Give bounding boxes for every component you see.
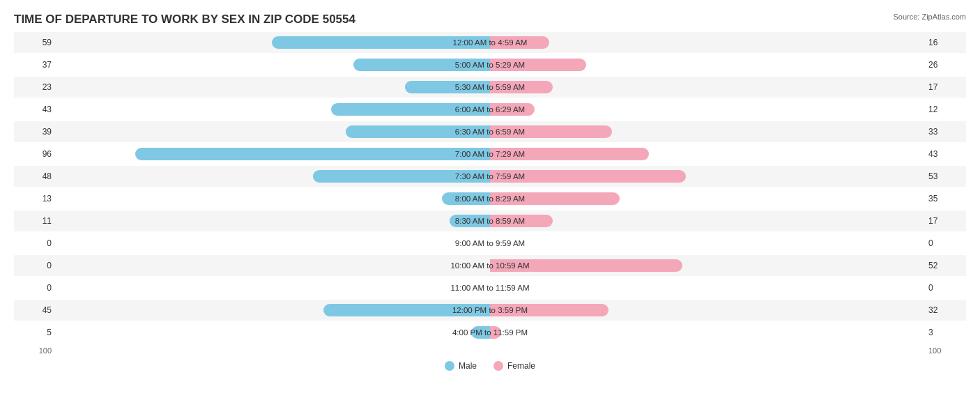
female-value: 33 xyxy=(924,127,966,137)
bars-container: 5:00 AM to 5:29 AM xyxy=(56,54,924,75)
legend-male: Male xyxy=(445,361,477,371)
bar-male xyxy=(405,81,490,93)
male-value: 0 xyxy=(14,261,56,270)
bar-female-wrap xyxy=(490,325,924,340)
axis-left-label: 100 xyxy=(14,346,56,355)
bar-female xyxy=(490,259,682,272)
chart-row: 11 8:30 AM to 8:59 AM 17 xyxy=(14,210,966,231)
female-value: 26 xyxy=(924,60,966,70)
female-value: 12 xyxy=(924,105,966,114)
bar-male-wrap xyxy=(56,280,490,296)
chart-row: 48 7:30 AM to 7:59 AM 53 xyxy=(14,166,966,187)
bars-container: 8:00 AM to 8:29 AM xyxy=(56,188,924,209)
axis-right-label: 100 xyxy=(924,346,966,355)
bars-container: 6:30 AM to 6:59 AM xyxy=(56,121,924,142)
bars-container: 8:30 AM to 8:59 AM xyxy=(56,210,924,231)
male-value: 0 xyxy=(14,238,56,248)
bar-female-wrap xyxy=(490,280,924,296)
male-value: 43 xyxy=(14,105,56,114)
male-value: 39 xyxy=(14,127,56,137)
female-value: 53 xyxy=(924,171,966,181)
bar-female xyxy=(490,81,553,93)
bars-container: 12:00 AM to 4:59 AM xyxy=(56,32,924,53)
bar-female xyxy=(490,148,649,160)
bar-male-wrap xyxy=(56,236,490,251)
bars-container: 11:00 AM to 11:59 AM xyxy=(56,277,924,298)
bar-male-wrap xyxy=(56,169,490,184)
bar-male xyxy=(331,103,490,116)
chart-row: 13 8:00 AM to 8:29 AM 35 xyxy=(14,188,966,209)
bar-female-wrap xyxy=(490,124,924,139)
male-value: 96 xyxy=(14,149,56,159)
bar-male xyxy=(313,170,490,183)
chart-row: 96 7:00 AM to 7:29 AM 43 xyxy=(14,144,966,164)
male-value: 37 xyxy=(14,60,56,70)
male-value: 11 xyxy=(14,216,56,226)
male-value: 5 xyxy=(14,328,56,337)
bars-container: 4:00 PM to 11:59 PM xyxy=(56,322,924,343)
bar-female-wrap xyxy=(490,102,924,117)
bar-female xyxy=(490,192,620,205)
bars-container: 5:30 AM to 5:59 AM xyxy=(56,77,924,98)
chart-row: 59 12:00 AM to 4:59 AM 16 xyxy=(14,32,966,53)
bar-male xyxy=(442,192,490,205)
bar-female xyxy=(490,36,549,49)
chart-row: 37 5:00 AM to 5:29 AM 26 xyxy=(14,54,966,75)
source-label: Source: ZipAtlas.com xyxy=(893,13,966,21)
bar-male-wrap xyxy=(56,57,490,72)
bar-female-wrap xyxy=(490,191,924,206)
bars-container: 7:00 AM to 7:29 AM xyxy=(56,144,924,164)
bar-male-wrap xyxy=(56,325,490,340)
bar-female xyxy=(490,326,501,339)
bar-male xyxy=(353,59,490,71)
chart-container: TIME OF DEPARTURE TO WORK BY SEX IN ZIP … xyxy=(0,0,980,414)
bar-male-wrap xyxy=(56,102,490,117)
male-value: 0 xyxy=(14,283,56,293)
bar-female-wrap xyxy=(490,79,924,95)
bar-male-wrap xyxy=(56,258,490,273)
male-value: 45 xyxy=(14,305,56,315)
bars-container: 10:00 AM to 10:59 AM xyxy=(56,255,924,276)
female-value: 43 xyxy=(924,149,966,159)
female-legend-dot xyxy=(493,361,503,371)
bar-male-wrap xyxy=(56,79,490,95)
bar-male-wrap xyxy=(56,146,490,162)
chart-row: 5 4:00 PM to 11:59 PM 3 xyxy=(14,322,966,343)
bar-female-wrap xyxy=(490,57,924,72)
bar-male-wrap xyxy=(56,302,490,318)
bar-female xyxy=(490,59,586,71)
bars-container: 6:00 AM to 6:29 AM xyxy=(56,99,924,120)
bar-female-wrap xyxy=(490,213,924,229)
female-value: 17 xyxy=(924,216,966,226)
bar-male xyxy=(323,304,490,316)
female-value: 3 xyxy=(924,328,966,337)
bar-female xyxy=(490,125,612,138)
bars-container: 12:00 PM to 3:59 PM xyxy=(56,300,924,321)
axis-row: 100 100 xyxy=(14,344,966,357)
bars-container: 7:30 AM to 7:59 AM xyxy=(56,166,924,187)
bar-female-wrap xyxy=(490,302,924,318)
male-value: 59 xyxy=(14,38,56,47)
bar-female xyxy=(490,170,686,183)
chart-row: 43 6:00 AM to 6:29 AM 12 xyxy=(14,99,966,120)
male-legend-dot xyxy=(445,361,454,371)
chart-row: 23 5:30 AM to 5:59 AM 17 xyxy=(14,77,966,98)
chart-row: 45 12:00 PM to 3:59 PM 32 xyxy=(14,300,966,321)
bar-female-wrap xyxy=(490,258,924,273)
bar-female xyxy=(490,103,535,116)
female-legend-label: Female xyxy=(507,361,535,371)
female-value: 17 xyxy=(924,82,966,92)
bar-female xyxy=(490,304,608,316)
bar-female-wrap xyxy=(490,236,924,251)
bar-male xyxy=(272,36,490,49)
bar-male xyxy=(346,125,490,138)
chart-row: 0 10:00 AM to 10:59 AM 52 xyxy=(14,255,966,276)
bar-male xyxy=(471,326,490,339)
legend-female: Female xyxy=(493,361,535,371)
male-value: 13 xyxy=(14,194,56,204)
chart-row: 0 9:00 AM to 9:59 AM 0 xyxy=(14,233,966,254)
male-value: 23 xyxy=(14,82,56,92)
male-legend-label: Male xyxy=(459,361,477,371)
bar-male xyxy=(135,148,490,160)
bar-female-wrap xyxy=(490,35,924,50)
